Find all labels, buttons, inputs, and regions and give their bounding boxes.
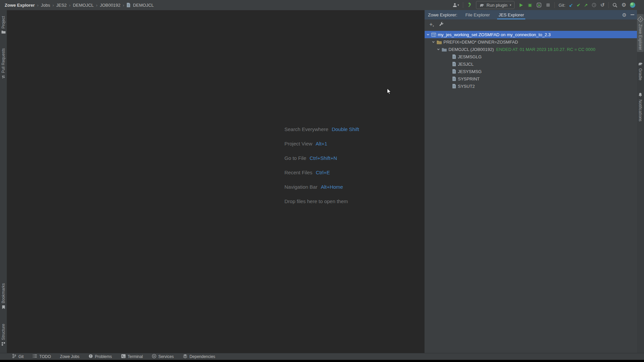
spool-file-icon	[452, 76, 456, 81]
run-with-profiler-button[interactable]	[536, 2, 542, 8]
statusbar-item-git[interactable]: Git	[12, 354, 23, 359]
status-bar: Git TODO Zowe Jobs Problems Terminal	[0, 353, 644, 360]
tree-row-spool-file[interactable]: JESJCL	[425, 60, 637, 68]
file-icon	[126, 3, 130, 7]
services-icon	[152, 354, 156, 359]
chevron-down-icon[interactable]	[426, 33, 430, 36]
filter-folder-icon	[437, 40, 442, 44]
statusbar-item-services[interactable]: Services	[152, 354, 174, 359]
search-everywhere-icon[interactable]	[612, 2, 618, 8]
breadcrumb-item-demojcl[interactable]: DEMOJCL	[73, 3, 94, 8]
tool-window-header: Zowe Explorer: File Explorer JES Explore…	[425, 10, 637, 19]
git-label: Git:	[558, 3, 565, 7]
settings-gear-icon[interactable]: ⚙	[622, 12, 627, 17]
breadcrumb-item-zowe-explorer[interactable]: Zowe Explorer	[5, 3, 35, 8]
stripe-button-bookmarks[interactable]: Bookmarks	[0, 281, 7, 312]
hint-label: Recent Files	[284, 170, 312, 175]
hint-row: Project View Alt+1	[284, 136, 359, 151]
job-status-text: ENDED AT: 01 MAR 2023 19.10.27. RC = CC …	[496, 47, 595, 52]
add-working-set-button[interactable]: + ▾	[429, 22, 434, 27]
bookmark-icon	[2, 305, 5, 310]
top-bar: Zowe Explorer › Jobs › JES2 › DEMOJCL › …	[0, 0, 644, 10]
hint-shortcut: Ctrl+E	[316, 170, 330, 175]
stripe-label: Structure	[1, 324, 6, 340]
statusbar-item-dependencies[interactable]: Dependencies	[183, 354, 215, 359]
tab-file-explorer[interactable]: File Explorer	[464, 10, 491, 19]
tree-row-working-set[interactable]: my_jes_working_set ZOSMFAD on my_connect…	[425, 31, 637, 38]
terminal-icon	[121, 354, 126, 359]
dependencies-layers-icon	[183, 354, 187, 359]
tab-jes-explorer[interactable]: JES Explorer	[497, 10, 525, 19]
tree-row-spool-file[interactable]: SYSUT2	[425, 82, 637, 90]
stripe-label: Notifications	[638, 100, 643, 121]
gradle-icon	[638, 62, 643, 67]
stripe-button-notifications[interactable]: Notifications	[637, 90, 644, 123]
bottom-black-strip	[0, 360, 644, 362]
bell-icon	[638, 93, 642, 98]
hint-shortcut: Double Shift	[332, 126, 359, 132]
statusbar-item-todo[interactable]: TODO	[33, 354, 51, 359]
chevron-down-icon: ▾	[458, 4, 459, 7]
build-hammer-icon[interactable]	[467, 2, 472, 8]
stripe-button-pull-requests[interactable]: Pull Requests	[0, 46, 7, 82]
tree-row-spool-file[interactable]: SYSPRINT	[425, 75, 637, 82]
spool-file-label: JESMSGLG	[458, 54, 482, 59]
git-branch-icon	[12, 354, 16, 359]
tree-row-spool-file[interactable]: JESYSMSG	[425, 68, 637, 75]
left-stripe-bottom: Bookmarks Structure	[0, 277, 7, 353]
spool-file-icon	[452, 54, 456, 59]
spool-file-icon	[452, 84, 456, 88]
user-account-icon[interactable]: ▾	[452, 2, 459, 8]
statusbar-item-terminal[interactable]: Terminal	[121, 354, 143, 359]
stripe-button-gradle[interactable]: Gradle	[637, 60, 644, 82]
statusbar-item-problems[interactable]: Problems	[89, 354, 112, 359]
breadcrumb-item-jes2[interactable]: JES2	[56, 3, 67, 8]
chevron-down-icon[interactable]	[436, 48, 440, 51]
git-update-button[interactable]: ↙	[569, 2, 573, 8]
git-commit-button[interactable]: ✔	[577, 3, 580, 8]
mouse-cursor	[386, 88, 392, 96]
plus-icon: +	[429, 22, 433, 27]
hide-tool-window-icon[interactable]	[631, 14, 634, 15]
tool-window-toolbar: + ▾	[425, 19, 637, 30]
chevron-down-icon[interactable]	[431, 40, 435, 44]
tree-row-spool-file[interactable]: JESMSGLG	[425, 53, 637, 60]
statusbar-item-label: Terminal	[128, 354, 143, 359]
spool-file-icon	[452, 69, 456, 74]
stripe-button-zowe-explorer[interactable]: Z Zowe Explorer	[637, 14, 644, 52]
breadcrumb-item-job00192[interactable]: JOB00192	[100, 3, 120, 8]
job-label: DEMOJCL (JOB00192)	[448, 47, 494, 52]
structure-icon	[1, 342, 5, 347]
tree-row-job[interactable]: DEMOJCL (JOB00192) ENDED AT: 01 MAR 2023…	[425, 46, 637, 53]
tool-window-header-actions: ⚙	[622, 10, 634, 19]
git-rollback-button[interactable]: ↺	[600, 2, 605, 8]
breadcrumb-item-jobs[interactable]: Jobs	[41, 3, 50, 8]
run-configuration-label: Run plugin	[487, 3, 507, 8]
run-button[interactable]	[518, 2, 524, 8]
edit-wrench-button[interactable]	[439, 22, 444, 28]
settings-gear-icon[interactable]: ⚙	[622, 2, 626, 8]
chevron-separator-icon: ›	[37, 3, 39, 8]
breadcrumb-item-demojcl-file[interactable]: DEMOJCL	[133, 3, 154, 8]
run-configuration-select[interactable]: Run plugin ▾	[476, 1, 515, 9]
tree-row-filter[interactable]: PREFIX=DEMO* OWNER=ZOSMFAD	[425, 38, 637, 46]
statusbar-item-zowe-jobs[interactable]: Zowe Jobs	[60, 354, 79, 359]
stripe-button-structure[interactable]: Structure	[0, 322, 7, 349]
hint-label: Go to File	[284, 155, 306, 161]
stripe-label: Bookmarks	[1, 283, 6, 303]
stop-button	[545, 2, 551, 8]
left-stripe-top: Project Pull Requests	[0, 10, 7, 86]
debug-button[interactable]	[527, 2, 533, 8]
stripe-label: Pull Requests	[1, 48, 6, 73]
hint-row: Recent Files Ctrl+E	[284, 165, 359, 180]
hint-row: Go to File Ctrl+Shift+N	[284, 151, 359, 165]
git-push-button[interactable]: ↗	[584, 3, 588, 8]
profile-sphere-icon[interactable]	[630, 2, 635, 8]
stripe-button-project[interactable]: Project	[0, 14, 7, 37]
spool-file-label: SYSPRINT	[458, 76, 480, 81]
drop-files-hint: Drop files here to open them	[284, 198, 348, 204]
spool-file-icon	[452, 62, 456, 66]
statusbar-item-label: Problems	[95, 354, 112, 359]
hint-shortcut: Alt+1	[316, 141, 327, 146]
stripe-label: Project	[1, 16, 6, 28]
